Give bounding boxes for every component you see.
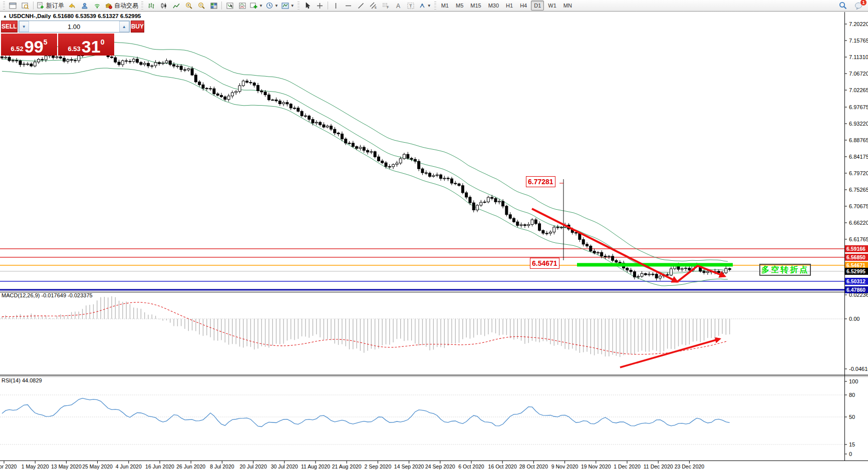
- text-icon[interactable]: A: [392, 1, 405, 11]
- new-window-icon[interactable]: [7, 1, 19, 11]
- svg-text:16 Jun 2020: 16 Jun 2020: [145, 463, 174, 469]
- svg-text:8 Jul 2020: 8 Jul 2020: [210, 463, 234, 469]
- toolbar-grip: [298, 2, 300, 10]
- toolbar-grip: [434, 2, 436, 10]
- tf-M5[interactable]: M5: [453, 1, 466, 11]
- macd-signal-line: [2, 302, 728, 354]
- template-button[interactable]: ▼: [280, 1, 296, 11]
- rollback-icon[interactable]: [66, 1, 78, 11]
- indicators-icon[interactable]: [223, 1, 236, 11]
- tf-W1[interactable]: W1: [545, 1, 559, 11]
- new-order-label: 新订单: [46, 2, 64, 10]
- rsi-indicator-label: RSI(14) 44.0829: [2, 377, 42, 383]
- chart-profile-icon[interactable]: [19, 1, 32, 11]
- equidistant-channel-icon[interactable]: E: [367, 1, 380, 11]
- cursor-icon[interactable]: [301, 1, 314, 11]
- svg-text:1 Dec 2020: 1 Dec 2020: [614, 463, 641, 469]
- tf-D1[interactable]: D1: [531, 1, 544, 11]
- peak-price-annotation[interactable]: 6.77281: [526, 176, 555, 187]
- tf-H1[interactable]: H1: [503, 1, 516, 11]
- svg-text:1 May 2020: 1 May 2020: [22, 463, 49, 469]
- chevron-down-icon: ▼: [259, 4, 263, 8]
- macd_arrow[interactable]: [620, 339, 720, 367]
- bars-chart-icon[interactable]: [145, 1, 157, 11]
- svg-text:6.93220: 6.93220: [849, 121, 868, 127]
- tile-windows-icon[interactable]: [207, 1, 220, 11]
- svg-text:T: T: [409, 3, 412, 9]
- vertical-line-icon[interactable]: [330, 1, 342, 11]
- toolbar-right: 1: [836, 1, 866, 11]
- svg-text:11 Aug 2020: 11 Aug 2020: [301, 463, 330, 469]
- chart-canvas[interactable]: 7.202207.157657.113107.067207.022656.976…: [0, 0, 868, 472]
- volume-control: ▼ ▲: [19, 21, 130, 33]
- chevron-down-icon: ▼: [274, 4, 278, 8]
- trend_arrow[interactable]: [532, 209, 677, 282]
- sell-price-point: 5: [44, 38, 48, 46]
- sell-price-box[interactable]: 6.52 99 5: [1, 34, 57, 56]
- svg-text:4 Jun 2020: 4 Jun 2020: [116, 463, 142, 469]
- candles-chart-icon[interactable]: [157, 1, 170, 11]
- auto-trading-label: 自动交易: [114, 2, 138, 10]
- svg-text:13 May 2020: 13 May 2020: [51, 463, 82, 469]
- zoom-in-icon[interactable]: [182, 1, 195, 11]
- svg-text:15: 15: [849, 441, 855, 447]
- period-button[interactable]: ▼: [264, 1, 280, 11]
- indicator-windows-icon[interactable]: [236, 1, 248, 11]
- volume-decrease-button[interactable]: ▼: [19, 21, 29, 32]
- tf-M30[interactable]: M30: [485, 1, 502, 11]
- svg-text:-0.046165: -0.046165: [849, 366, 868, 372]
- sell-price-pips: 99: [25, 40, 44, 54]
- svg-text:2 Sep 2020: 2 Sep 2020: [365, 463, 392, 469]
- support-price-annotation[interactable]: 6.54671: [530, 258, 559, 269]
- buy-button[interactable]: BUY: [131, 21, 144, 33]
- buy-price-point: 0: [101, 38, 105, 46]
- support-zone-bar[interactable]: [577, 263, 733, 267]
- svg-text:6.56850: 6.56850: [846, 254, 865, 260]
- symbol-collapse-icon[interactable]: ▲: [3, 14, 7, 19]
- volume-increase-button[interactable]: ▲: [119, 21, 129, 32]
- toolbar-grip: [141, 2, 143, 10]
- chart-symbol: USDCNH-,Daily: [9, 13, 51, 19]
- arrows-icon[interactable]: ▼: [417, 1, 433, 11]
- trendline-icon[interactable]: [355, 1, 367, 11]
- svg-text:7.15765: 7.15765: [849, 38, 868, 44]
- notification-badge: 1: [860, 0, 867, 6]
- new-order-button[interactable]: 新订单: [35, 1, 66, 11]
- buy-price-prefix: 6.53: [68, 45, 81, 53]
- svg-text:6.70675: 6.70675: [849, 203, 868, 209]
- svg-text:6.97675: 6.97675: [849, 104, 868, 110]
- tf-H4[interactable]: H4: [517, 1, 530, 11]
- search-icon[interactable]: [836, 1, 849, 11]
- svg-text:19 Nov 2020: 19 Nov 2020: [581, 463, 611, 469]
- auto-trading-button[interactable]: 自动交易: [103, 1, 140, 11]
- main-toolbar: 新订单 自动交易 ▼ ▼: [0, 0, 868, 12]
- notifications-icon[interactable]: 1: [852, 1, 864, 11]
- sell-button[interactable]: SELL: [1, 21, 18, 33]
- svg-text:7.11310: 7.11310: [849, 54, 868, 60]
- svg-text:6.79720: 6.79720: [849, 170, 868, 176]
- signal-icon[interactable]: [91, 1, 103, 11]
- crosshair-icon[interactable]: [314, 1, 326, 11]
- volume-input[interactable]: [29, 21, 119, 32]
- line-chart-icon[interactable]: [170, 1, 182, 11]
- svg-text:6.88765: 6.88765: [849, 137, 868, 143]
- tf-M1[interactable]: M1: [438, 1, 452, 11]
- accounts-icon[interactable]: [78, 1, 91, 11]
- turning-point-annotation[interactable]: 多空转折点: [759, 264, 811, 276]
- buy-price-box[interactable]: 6.53 31 0: [58, 34, 114, 56]
- tf-MN[interactable]: MN: [560, 1, 575, 11]
- svg-text:16 Oct 2020: 16 Oct 2020: [488, 463, 517, 469]
- zoom-out-icon[interactable]: [195, 1, 207, 11]
- svg-text:6.75265: 6.75265: [849, 187, 868, 193]
- add-indicator-button[interactable]: ▼: [248, 1, 264, 11]
- svg-text:7.02265: 7.02265: [849, 87, 868, 93]
- svg-text:F: F: [387, 6, 389, 9]
- macd-histogram: [2, 296, 730, 357]
- text-label-icon[interactable]: T: [405, 1, 417, 11]
- tf-M15[interactable]: M15: [467, 1, 484, 11]
- fibonacci-icon[interactable]: F: [380, 1, 392, 11]
- svg-text:6.66220: 6.66220: [849, 220, 868, 226]
- svg-text:26 Jun 2020: 26 Jun 2020: [176, 463, 205, 469]
- horizontal-line-icon[interactable]: [342, 1, 355, 11]
- svg-text:6.84175: 6.84175: [849, 154, 868, 160]
